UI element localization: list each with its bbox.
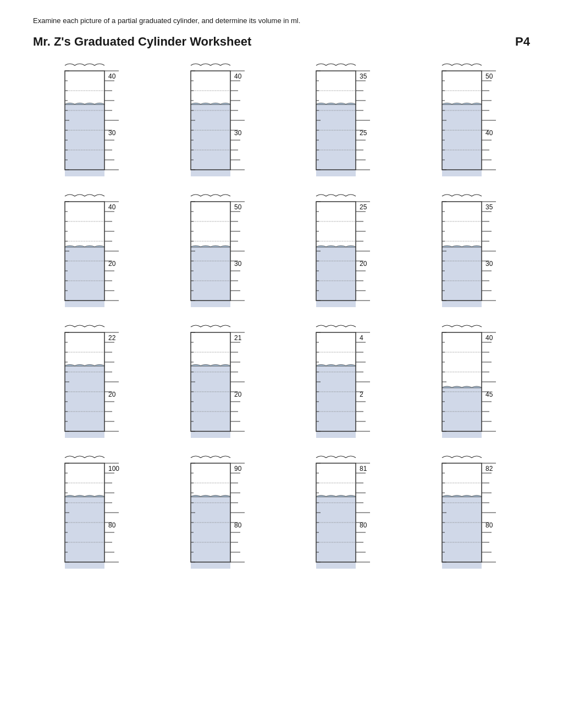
svg-rect-90 bbox=[442, 104, 482, 176]
cylinder-cell-13: 9080 bbox=[159, 453, 279, 569]
cylinder-svg: 8280 bbox=[441, 453, 499, 569]
svg-rect-0 bbox=[65, 104, 104, 176]
svg-text:21: 21 bbox=[234, 334, 242, 342]
cylinder-cell-14: 8180 bbox=[284, 453, 405, 569]
svg-text:50: 50 bbox=[485, 73, 493, 80]
cylinder-svg: 2520 bbox=[315, 192, 373, 307]
svg-text:80: 80 bbox=[485, 521, 493, 529]
page-number: P4 bbox=[515, 35, 530, 49]
cylinder-svg: 9080 bbox=[190, 453, 248, 569]
cylinder-cell-1: 4030 bbox=[159, 61, 279, 176]
svg-text:35: 35 bbox=[485, 203, 493, 211]
svg-text:25: 25 bbox=[360, 129, 367, 137]
svg-text:45: 45 bbox=[485, 391, 493, 398]
cylinder-cell-9: 2120 bbox=[159, 323, 279, 438]
cylinder-svg: 5040 bbox=[441, 61, 499, 176]
svg-text:20: 20 bbox=[234, 391, 242, 398]
cylinder-svg: 2120 bbox=[190, 323, 248, 438]
svg-text:35: 35 bbox=[360, 73, 367, 80]
svg-text:22: 22 bbox=[108, 334, 116, 342]
svg-text:4: 4 bbox=[360, 334, 363, 342]
svg-rect-240 bbox=[65, 365, 104, 438]
svg-text:100: 100 bbox=[108, 465, 119, 473]
svg-text:40: 40 bbox=[108, 73, 116, 80]
cylinder-svg: 4045 bbox=[441, 323, 499, 438]
cylinder-svg: 42 bbox=[315, 323, 373, 438]
svg-rect-450 bbox=[442, 496, 482, 569]
svg-text:81: 81 bbox=[360, 465, 367, 473]
svg-text:20: 20 bbox=[108, 391, 116, 398]
svg-rect-60 bbox=[316, 104, 356, 176]
cylinder-svg: 4030 bbox=[64, 61, 122, 176]
cylinder-cell-15: 8280 bbox=[410, 453, 531, 569]
cylinder-cell-10: 42 bbox=[284, 323, 405, 438]
svg-rect-210 bbox=[442, 247, 482, 307]
cylinder-cell-2: 3525 bbox=[284, 61, 405, 176]
svg-text:20: 20 bbox=[360, 260, 367, 268]
cylinder-cell-3: 5040 bbox=[410, 61, 531, 176]
svg-text:80: 80 bbox=[360, 521, 367, 529]
cylinder-cell-4: 4020 bbox=[33, 192, 153, 307]
cylinder-svg: 3525 bbox=[315, 61, 373, 176]
cylinder-svg: 5030 bbox=[190, 192, 248, 307]
svg-text:2: 2 bbox=[360, 391, 363, 398]
svg-text:30: 30 bbox=[108, 129, 116, 137]
cylinder-cell-0: 4030 bbox=[33, 61, 153, 176]
cylinder-cell-6: 2520 bbox=[284, 192, 405, 307]
cylinder-svg: 10080 bbox=[64, 453, 122, 569]
svg-text:25: 25 bbox=[360, 203, 367, 211]
svg-text:50: 50 bbox=[234, 203, 242, 211]
svg-text:80: 80 bbox=[234, 521, 242, 529]
svg-rect-390 bbox=[191, 496, 230, 569]
svg-text:82: 82 bbox=[485, 465, 493, 473]
svg-text:80: 80 bbox=[108, 521, 116, 529]
svg-text:30: 30 bbox=[234, 260, 242, 268]
cylinder-svg: 2220 bbox=[64, 323, 122, 438]
svg-text:40: 40 bbox=[485, 129, 493, 137]
cylinders-grid: 4030403035255040402050302520353022202120… bbox=[33, 61, 530, 569]
cylinder-svg: 4030 bbox=[190, 61, 248, 176]
svg-text:30: 30 bbox=[485, 260, 493, 268]
svg-rect-120 bbox=[65, 247, 104, 307]
svg-text:40: 40 bbox=[108, 203, 116, 211]
cylinder-svg: 8180 bbox=[315, 453, 373, 569]
svg-text:90: 90 bbox=[234, 465, 242, 473]
svg-rect-180 bbox=[316, 247, 356, 307]
svg-text:30: 30 bbox=[234, 129, 242, 137]
svg-rect-420 bbox=[316, 496, 356, 569]
cylinder-cell-8: 2220 bbox=[33, 323, 153, 438]
svg-rect-150 bbox=[191, 247, 230, 307]
svg-rect-30 bbox=[191, 104, 230, 176]
cylinder-cell-5: 5030 bbox=[159, 192, 279, 307]
svg-rect-330 bbox=[442, 387, 482, 438]
cylinder-cell-12: 10080 bbox=[33, 453, 153, 569]
svg-text:40: 40 bbox=[485, 334, 493, 342]
cylinder-svg: 4020 bbox=[64, 192, 122, 307]
svg-text:40: 40 bbox=[234, 73, 242, 80]
cylinder-cell-11: 4045 bbox=[410, 323, 531, 438]
cylinder-svg: 3530 bbox=[441, 192, 499, 307]
title-text: Mr. Z's Graduated Cylinder Worksheet bbox=[33, 35, 251, 49]
svg-rect-270 bbox=[191, 365, 230, 438]
page-title: Mr. Z's Graduated Cylinder Worksheet P4 bbox=[33, 35, 530, 49]
svg-rect-360 bbox=[65, 496, 104, 569]
instruction-text: Examine each picture of a partial gradua… bbox=[33, 16, 530, 25]
svg-rect-300 bbox=[316, 365, 356, 438]
svg-text:20: 20 bbox=[108, 260, 116, 268]
cylinder-cell-7: 3530 bbox=[410, 192, 531, 307]
